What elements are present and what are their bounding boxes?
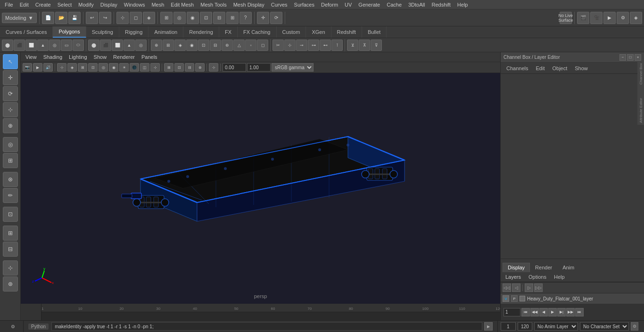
layer-visibility-btn[interactable]: V	[503, 295, 509, 302]
tab-fx-caching[interactable]: FX Caching	[238, 26, 276, 38]
menu-generate[interactable]: Generate	[355, 1, 383, 8]
bevel-btn[interactable]: ◈	[174, 40, 186, 51]
tab-redshift[interactable]: Redshift	[331, 26, 362, 38]
flip-btn[interactable]: ⊽	[371, 40, 382, 51]
render-settings-btn[interactable]: ⚙	[617, 12, 629, 24]
vp-menu-show[interactable]: Show	[91, 53, 110, 61]
subdiv-cone-btn[interactable]: ▲	[124, 40, 135, 51]
sculpt-btn[interactable]: ⊛	[3, 172, 18, 187]
mode-dropdown[interactable]: Modeling ▼	[2, 13, 37, 23]
tab-animation[interactable]: Animation	[149, 26, 183, 38]
isolate-btn[interactable]: ⊟	[185, 63, 194, 72]
connect-btn[interactable]: ⊹	[284, 40, 296, 51]
tab-xgen[interactable]: XGen	[306, 26, 331, 38]
viewport-3d[interactable]: x y z persp	[21, 73, 500, 304]
symmetrize-btn[interactable]: ⊼	[359, 40, 370, 51]
scale-tool-btn[interactable]: ⊹	[3, 102, 18, 117]
vp-menu-lighting[interactable]: Lighting	[66, 53, 90, 61]
tab-polygons[interactable]: Polygons	[53, 26, 86, 38]
current-frame-input[interactable]	[504, 308, 520, 316]
command-line-input[interactable]	[51, 322, 482, 331]
extrude-btn[interactable]: ⊕	[151, 40, 162, 51]
menu-mesh-tools[interactable]: Mesh Tools	[198, 1, 229, 8]
layers-create-btn[interactable]: ◁◁	[503, 283, 511, 292]
smooth2-btn[interactable]: ◉	[109, 63, 118, 72]
snap-grid-btn[interactable]: ⊞	[160, 12, 173, 24]
menu-3dtall[interactable]: 3DtoAll	[405, 1, 428, 8]
menu-deform[interactable]: Deform	[318, 1, 341, 8]
tab-options[interactable]: Options	[527, 273, 548, 281]
tab-layers[interactable]: Layers	[504, 273, 523, 281]
tab-help-layers[interactable]: Help	[552, 273, 567, 281]
menu-edit-mesh[interactable]: Edit Mesh	[168, 1, 197, 8]
offset-edge-btn[interactable]: ⊶	[308, 40, 319, 51]
triangulate-btn[interactable]: △	[233, 40, 245, 51]
hypershade-btn[interactable]: ◈	[630, 12, 642, 24]
channel-box-tab-label[interactable]: Channel Box	[639, 63, 643, 85]
rotate-tool-btn[interactable]: ⟳	[3, 86, 18, 101]
snap-surface-btn[interactable]: ⊟	[213, 12, 225, 24]
tab-bullet[interactable]: Bullet	[362, 26, 387, 38]
vp-menu-shading[interactable]: Shading	[41, 53, 65, 61]
menu-modify[interactable]: Modify	[75, 1, 96, 8]
lighting-display-btn[interactable]: ☀	[119, 63, 129, 72]
screen-space-btn[interactable]: ⊹	[150, 63, 160, 72]
universal-manip-btn[interactable]: ⊞	[3, 153, 18, 168]
crease-btn[interactable]: ⊷	[320, 40, 331, 51]
undo-btn[interactable]: ↩	[86, 12, 98, 24]
menu-help[interactable]: Help	[454, 1, 471, 8]
scale-input[interactable]	[247, 63, 271, 72]
play-btn[interactable]: ▶	[548, 308, 557, 316]
tab-show[interactable]: Show	[573, 65, 590, 72]
menu-curves[interactable]: Curves	[268, 1, 290, 8]
multi-cut-btn[interactable]: ✂	[272, 40, 284, 51]
attr-editor-tab-label[interactable]: Attribute Editor	[639, 98, 643, 123]
subdiv-torus-btn[interactable]: ◎	[135, 40, 147, 51]
menu-display[interactable]: Display	[98, 1, 120, 8]
menu-cache[interactable]: Cache	[384, 1, 405, 8]
color-space-select[interactable]: sRGB gamma	[272, 63, 314, 72]
rotation-input[interactable]	[223, 63, 246, 72]
layers-end-btn[interactable]: ▷▷	[534, 283, 543, 292]
char-set-select[interactable]: No Character Set	[580, 322, 629, 331]
menu-file[interactable]: File	[2, 1, 16, 8]
bookmark-btn[interactable]: ⊹	[209, 63, 218, 72]
snap-view-btn[interactable]: ⊡	[200, 12, 212, 24]
step-back-btn[interactable]: ◀	[539, 308, 548, 316]
select-btn[interactable]: ⊹	[116, 12, 129, 24]
sphere-btn[interactable]: ⬤	[2, 40, 13, 51]
rotate-icon[interactable]: ⟳	[270, 12, 282, 24]
torus-btn[interactable]: ◎	[49, 40, 60, 51]
vp-menu-panels[interactable]: Panels	[139, 53, 160, 61]
panel-float-btn[interactable]: □	[627, 54, 634, 61]
disk-btn[interactable]: ⬭	[73, 40, 84, 51]
move-tool-btn[interactable]: ✛	[3, 70, 18, 85]
smooth-btn[interactable]: ⊛	[222, 40, 233, 51]
menu-mesh[interactable]: Mesh	[149, 1, 167, 8]
tab-curves-surfaces[interactable]: Curves / Surfaces	[0, 26, 53, 38]
move-btn[interactable]: ✛	[257, 12, 269, 24]
subdiv-cyl-btn[interactable]: ⬜	[112, 40, 123, 51]
new-scene-btn[interactable]: 📄	[42, 12, 54, 24]
tab-edit[interactable]: Edit	[534, 65, 546, 72]
target-weld-btn[interactable]: ⊺	[331, 40, 343, 51]
timeline-main[interactable]: 1 10 20 30 40 50 60 70 80 90 100 110 120	[41, 304, 500, 320]
tab-sculpting[interactable]: Sculpting	[86, 26, 119, 38]
render-btn[interactable]: 🎬	[577, 12, 589, 24]
menu-select[interactable]: Select	[55, 1, 75, 8]
boolean-btn[interactable]: ⊟	[210, 40, 221, 51]
timeline-track[interactable]	[41, 312, 500, 320]
snap-to-btn[interactable]: ⊹	[3, 260, 18, 275]
tab-rigging[interactable]: Rigging	[119, 26, 149, 38]
fill-hole-btn[interactable]: ◻	[257, 40, 268, 51]
save-scene-btn[interactable]: 💾	[68, 12, 81, 24]
settings-icon[interactable]: ⚙	[11, 324, 15, 329]
command-enter-btn[interactable]: ▶	[484, 322, 493, 331]
xform-add-btn[interactable]: ⊞	[3, 226, 18, 241]
python-label[interactable]: Python	[28, 324, 49, 330]
lasso-btn[interactable]: ◻	[130, 12, 142, 24]
subdiv-sphere-btn[interactable]: ⬤	[88, 40, 99, 51]
cam-btn[interactable]: 📷	[23, 63, 32, 72]
menu-create[interactable]: Create	[33, 1, 54, 8]
snap-point-btn[interactable]: ◉	[187, 12, 199, 24]
